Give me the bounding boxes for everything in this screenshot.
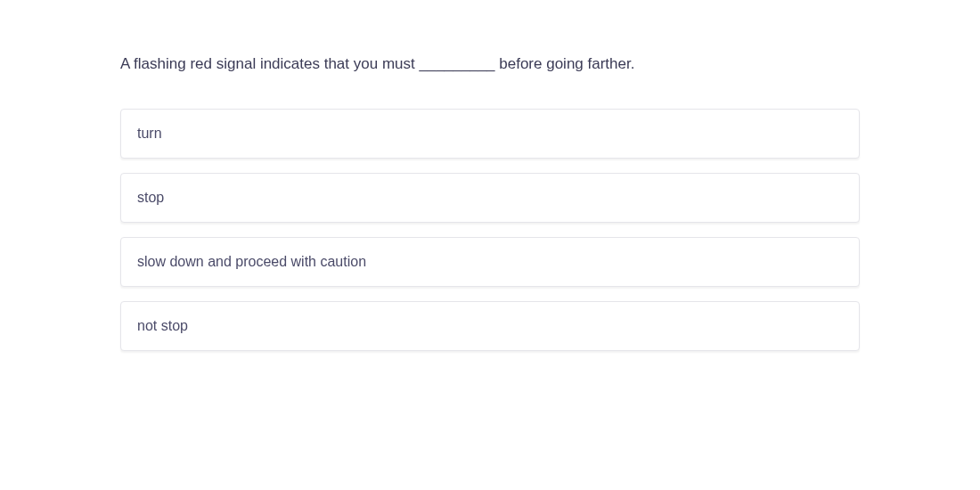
options-list: turn stop slow down and proceed with cau… — [120, 109, 860, 351]
option-3[interactable]: slow down and proceed with caution — [120, 237, 860, 287]
option-1[interactable]: turn — [120, 109, 860, 159]
option-4[interactable]: not stop — [120, 301, 860, 351]
question-text: A flashing red signal indicates that you… — [120, 53, 860, 75]
option-2[interactable]: stop — [120, 173, 860, 223]
